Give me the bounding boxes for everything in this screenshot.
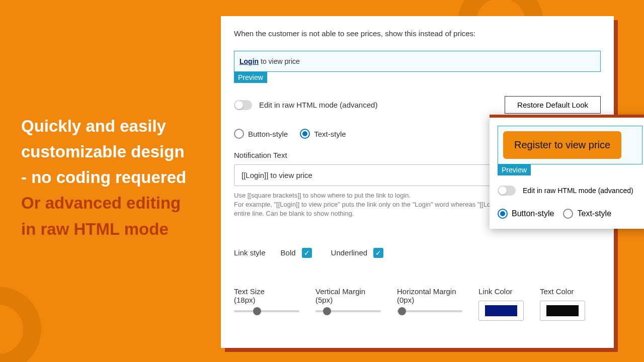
- bold-label: Bold: [281, 248, 296, 257]
- horizontal-margin-label: Horizontal Margin: [397, 287, 462, 296]
- text-size-label: Text Size: [234, 287, 299, 296]
- register-button[interactable]: Register to view price: [503, 131, 621, 159]
- raw-html-toggle[interactable]: [234, 100, 252, 110]
- radio-icon: [234, 129, 244, 139]
- text-color-block: Text Color: [540, 287, 585, 321]
- popup-style-text-label: Text-style: [577, 209, 611, 218]
- popup-preview-box: Register to view price: [498, 126, 642, 164]
- vertical-margin-label: Vertical Margin: [315, 287, 381, 296]
- style-radio-button[interactable]: Button-style: [234, 129, 288, 139]
- text-color-label: Text Color: [540, 287, 585, 296]
- raw-html-toggle-label: Edit in raw HTML mode (advanced): [259, 101, 377, 109]
- popup-style-radio-button[interactable]: Button-style: [498, 209, 554, 219]
- popup-raw-html-toggle[interactable]: [498, 186, 516, 196]
- preview-suffix: to view price: [259, 57, 300, 65]
- hero-line-2: Or advanced editing in raw HTML mode: [21, 194, 181, 238]
- decorative-circle-left: [0, 287, 41, 362]
- text-size-slider[interactable]: [234, 310, 299, 312]
- hero-headline: Quickly and easily customizable design -…: [21, 113, 192, 242]
- link-style-label: Link style: [234, 248, 266, 257]
- text-size-value: (18px): [234, 296, 299, 304]
- popup-panel: Register to view price Preview Edit in r…: [490, 115, 644, 229]
- restore-default-button[interactable]: Restore Default Look: [505, 96, 601, 114]
- link-color-label: Link Color: [478, 287, 524, 296]
- vertical-margin-slider[interactable]: [315, 310, 381, 312]
- vertical-margin-value: (5px): [315, 296, 381, 304]
- horizontal-margin-value: (0px): [397, 296, 462, 304]
- popup-style-button-label: Button-style: [512, 209, 554, 218]
- style-text-label: Text-style: [314, 130, 346, 138]
- underlined-label: Underlined: [331, 248, 368, 257]
- radio-icon: [300, 129, 310, 139]
- preview-box: Login to view price: [234, 51, 601, 72]
- bold-checkbox[interactable]: ✓: [302, 248, 312, 258]
- hero-line-1: Quickly and easily customizable design -…: [21, 117, 186, 187]
- radio-icon: [498, 209, 508, 219]
- panel-prompt: When the customer is not able to see pri…: [234, 29, 601, 38]
- popup-style-radio-text[interactable]: Text-style: [563, 209, 611, 219]
- popup-raw-html-label: Edit in raw HTML mode (advanced): [523, 187, 633, 195]
- vertical-margin-slider-block: Vertical Margin (5px): [315, 287, 381, 312]
- radio-icon: [563, 209, 573, 219]
- horizontal-margin-slider-block: Horizontal Margin (0px): [397, 287, 462, 312]
- preview-badge: Preview: [234, 72, 267, 83]
- text-size-slider-block: Text Size (18px): [234, 287, 299, 312]
- style-button-label: Button-style: [248, 130, 288, 138]
- text-color-swatch[interactable]: [540, 301, 585, 321]
- preview-login-link[interactable]: Login: [239, 57, 259, 65]
- link-color-block: Link Color: [478, 287, 524, 321]
- style-radio-text[interactable]: Text-style: [300, 129, 346, 139]
- underlined-checkbox[interactable]: ✓: [373, 248, 383, 258]
- horizontal-margin-slider[interactable]: [397, 310, 462, 312]
- link-color-swatch[interactable]: [478, 301, 524, 321]
- popup-preview-badge: Preview: [498, 164, 531, 175]
